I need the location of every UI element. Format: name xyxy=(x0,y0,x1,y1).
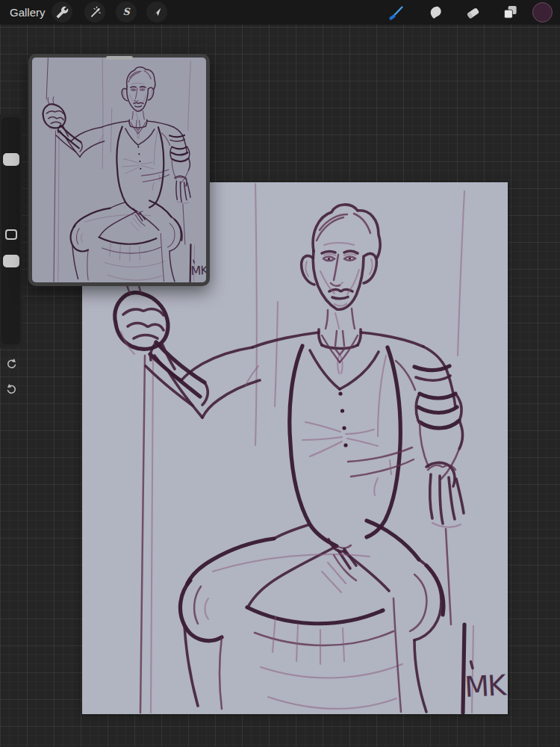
redo-icon xyxy=(4,382,19,397)
selection-button[interactable]: S xyxy=(116,1,137,22)
layers-icon xyxy=(502,4,519,21)
opacity-slider-handle[interactable] xyxy=(3,255,19,267)
brush-sidebar xyxy=(0,114,22,347)
procreate-workspace: MK Gallery S xyxy=(0,0,560,747)
adjustments-button[interactable] xyxy=(84,1,105,22)
transform-button[interactable] xyxy=(146,1,167,22)
transform-arrow-icon xyxy=(151,6,163,18)
magic-wand-icon xyxy=(89,6,102,19)
color-swatch-button[interactable] xyxy=(532,2,553,22)
redo-button[interactable] xyxy=(2,380,21,399)
eraser-icon xyxy=(464,4,482,21)
erase-tool-button[interactable] xyxy=(463,2,483,22)
modify-button[interactable] xyxy=(5,229,17,240)
undo-button[interactable] xyxy=(2,355,21,374)
selection-glyph: S xyxy=(122,6,131,17)
undo-icon xyxy=(4,357,19,371)
top-toolbar: Gallery S xyxy=(0,0,560,25)
brush-icon xyxy=(388,4,405,22)
reference-dim-overlay xyxy=(32,58,206,282)
gallery-button[interactable]: Gallery xyxy=(10,0,46,25)
paint-tool-button[interactable] xyxy=(386,2,406,22)
reference-preview xyxy=(32,58,206,282)
reference-window[interactable] xyxy=(28,54,210,286)
brush-size-slider-handle[interactable] xyxy=(3,153,19,166)
actions-button[interactable] xyxy=(52,1,72,22)
layers-button[interactable] xyxy=(500,2,520,22)
selection-s-icon: S xyxy=(119,5,133,19)
smudge-icon xyxy=(427,4,444,21)
smudge-tool-button[interactable] xyxy=(425,2,445,22)
wrench-icon xyxy=(56,6,69,19)
reference-drag-handle[interactable] xyxy=(106,56,133,60)
